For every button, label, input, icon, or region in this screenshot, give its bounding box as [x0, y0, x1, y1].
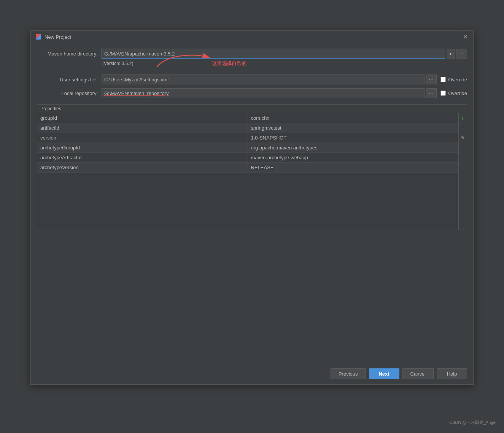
title-left: New Project — [35, 34, 71, 40]
table-row: archetypeArtifactId maven-archetype-weba… — [37, 153, 458, 163]
close-button[interactable]: ✕ — [463, 34, 469, 40]
local-repo-input-group: ··· — [102, 88, 437, 98]
next-button[interactable]: Next — [369, 368, 399, 379]
prop-key-version: version — [37, 133, 248, 143]
table-row: archetypeGroupId org.apache.maven.archet… — [37, 143, 458, 153]
table-row: archetypeVersion RELEASE — [37, 163, 458, 173]
user-settings-label: User settings file: — [37, 77, 98, 82]
app-icon — [35, 34, 41, 40]
cancel-button[interactable]: Cancel — [402, 368, 434, 379]
new-project-dialog: New Project ✕ Maven home directory: ▼ ··… — [30, 30, 474, 385]
user-settings-override-group: Override — [440, 77, 467, 82]
dialog-title: New Project — [45, 34, 71, 40]
prop-key-archetypeversion: archetypeVersion — [37, 163, 248, 172]
prop-value-artifactid: springmvctest — [248, 123, 459, 133]
remove-property-button[interactable]: − — [459, 123, 467, 133]
prop-value-archetypeartifactid: maven-archetype-webapp — [248, 153, 459, 162]
user-settings-override-checkbox[interactable] — [440, 77, 446, 82]
dialog-content: Maven home directory: ▼ ··· (Version: 3.… — [31, 43, 473, 363]
properties-section: Properties groupId com.chx artifactId sp… — [37, 104, 467, 230]
edit-property-button[interactable]: ✎ — [459, 133, 467, 143]
table-row: version 1.0-SNAPSHOT — [37, 133, 458, 143]
properties-empty-area — [37, 173, 458, 230]
table-row: artifactId springmvctest — [37, 123, 458, 133]
titlebar: New Project ✕ — [31, 31, 473, 43]
user-settings-row: User settings file: ··· Override — [37, 75, 467, 84]
previous-button[interactable]: Previous — [331, 368, 366, 379]
annotation-text: 这里选择自己的 — [212, 60, 246, 67]
prop-key-artifactid: artifactId — [37, 123, 248, 133]
maven-home-dropdown-btn[interactable]: ▼ — [447, 49, 455, 59]
prop-value-archetypegroupid: org.apache.maven.archetypes — [248, 143, 459, 152]
prop-key-archetypeartifactid: archetypeArtifactId — [37, 153, 248, 162]
prop-value-groupid: com.chx — [248, 113, 459, 123]
local-repo-input[interactable] — [102, 88, 425, 98]
properties-header: Properties — [37, 105, 467, 113]
local-repo-label: Local repository: — [37, 90, 98, 96]
prop-key-groupid: groupId — [37, 113, 248, 123]
maven-home-label: Maven home directory: — [37, 51, 98, 57]
local-repo-override-label: Override — [448, 90, 467, 96]
empty-space — [37, 234, 467, 363]
version-annotation-area: (Version: 3.5.2) 这里选择自己的 — [37, 61, 467, 72]
version-hint: (Version: 3.5.2) — [102, 61, 133, 66]
watermark: CSDN @一米阳光_Angel — [449, 420, 496, 425]
local-repo-row: Local repository: ··· Override — [37, 88, 467, 98]
user-settings-dots-btn[interactable]: ··· — [426, 75, 437, 84]
prop-key-archetypegroupid: archetypeGroupId — [37, 143, 248, 152]
user-settings-override-label: Override — [448, 77, 467, 82]
local-repo-dots-btn[interactable]: ··· — [426, 88, 437, 98]
local-repo-override-checkbox[interactable] — [440, 90, 446, 96]
user-settings-input[interactable] — [102, 75, 425, 84]
dialog-footer: Previous Next Cancel Help — [31, 363, 473, 384]
local-repo-override-group: Override — [440, 90, 467, 96]
prop-value-archetypeversion: RELEASE — [248, 163, 459, 172]
table-row: groupId com.chx — [37, 113, 458, 123]
add-property-button[interactable]: + — [459, 113, 467, 123]
properties-table-wrapper: groupId com.chx artifactId springmvctest… — [37, 113, 467, 230]
user-settings-input-group: ··· — [102, 75, 437, 84]
properties-actions: + − ✎ — [458, 113, 467, 230]
help-button[interactable]: Help — [437, 368, 467, 379]
prop-value-version: 1.0-SNAPSHOT — [248, 133, 459, 143]
maven-home-dots-btn[interactable]: ··· — [456, 49, 467, 59]
maven-home-row: Maven home directory: ▼ ··· — [37, 49, 467, 59]
properties-table: groupId com.chx artifactId springmvctest… — [37, 113, 458, 230]
